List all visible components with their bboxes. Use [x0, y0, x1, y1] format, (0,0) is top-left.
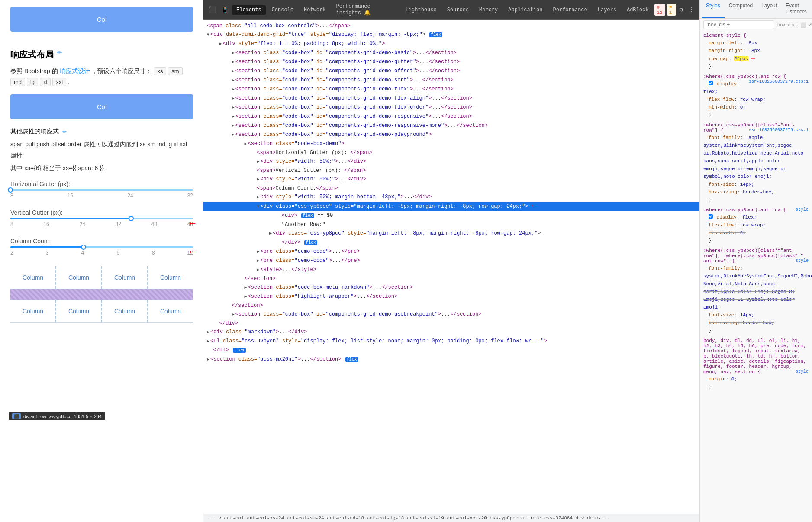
prop-arrow-0-2: ←	[751, 55, 755, 62]
h-gutter-thumb[interactable]	[8, 187, 13, 193]
prop-3-1: flex-flow: row wrap;	[703, 222, 766, 228]
elem-line-29[interactable]: ▶<section class="code-box-meta markdown"…	[203, 283, 699, 292]
rule-selector-1: :where(.css-yp8pcc).ant-row { ssr-168256…	[703, 74, 809, 79]
tooltip-size: 1851.5 × 264	[74, 414, 102, 419]
settings-icon[interactable]: ⚙	[678, 5, 685, 14]
elem-line-17[interactable]: ▶<div style="width: 50%;">...</div>	[203, 175, 699, 184]
elem-line-10[interactable]: ▶<section class="code-box" id="component…	[203, 112, 699, 121]
elem-line-26[interactable]: ▶<pre class="demo-code">...</pre>	[203, 256, 699, 265]
v-gutter-fill	[10, 218, 131, 219]
elem-line-14[interactable]: <span>Horizontal Gutter (px): </span>	[203, 148, 699, 157]
h-gutter-track	[10, 189, 193, 191]
tab-styles[interactable]: Styles	[702, 0, 725, 18]
grid-col-8: Column	[148, 300, 193, 322]
elem-line-15[interactable]: ▶<div style="width: 50%;">...</div>	[203, 157, 699, 166]
prop-5-0: margin: 0;	[703, 377, 737, 382]
elem-line-24[interactable]: </div> flex	[203, 238, 699, 247]
col-count-slider[interactable]: 2 3 4 6 8 12 ←	[10, 246, 193, 256]
elem-line-30[interactable]: ▶<section class="highlight-wrapper">...<…	[203, 292, 699, 301]
edit-icon[interactable]: ✏	[57, 49, 62, 56]
tab-layers[interactable]: Layers	[593, 5, 621, 15]
selected-line-arrow: ←	[532, 202, 536, 210]
device-icon[interactable]: 📱	[219, 5, 230, 14]
rule-close-5: }	[703, 383, 809, 391]
filter-icon-1[interactable]: :hov	[776, 22, 785, 27]
grid-col-4: Column	[148, 266, 193, 289]
elem-line-20[interactable]: ▼<div class="css-yp8pcc" style="margin-l…	[203, 202, 699, 211]
col-demo-row-2: Col	[7, 94, 197, 119]
style-rule-0: element.style { margin-left: -8px margin…	[703, 33, 809, 71]
elem-line-18[interactable]: <span>Column Count:</span>	[203, 184, 699, 193]
elem-line-6[interactable]: ▶<section class="code-box" id="component…	[203, 76, 699, 85]
elem-line-4[interactable]: ▶<section class="code-box" id="component…	[203, 58, 699, 67]
tab-event-listeners[interactable]: Event Listeners	[781, 0, 811, 18]
elem-line-32[interactable]: ▶<section class="code-box" id="component…	[203, 310, 699, 319]
elem-line-16[interactable]: <span>Vertical Gutter (px): </span>	[203, 166, 699, 175]
copy-icon[interactable]: ⬜	[800, 22, 806, 28]
add-style-icon[interactable]: +	[796, 22, 798, 27]
elem-line-12[interactable]: ▶<section class="code-box" id="component…	[203, 130, 699, 139]
h-gutter-ticks: 8 16 24 32	[10, 193, 193, 199]
responsive-link[interactable]: 响应式设计	[60, 68, 90, 74]
tab-network[interactable]: Network	[300, 5, 330, 15]
elem-line-0[interactable]: <span class="all-code-box-controls">...<…	[203, 22, 699, 30]
prop-0-2: row-gap: 24px; ←	[703, 56, 755, 61]
elem-line-27[interactable]: ▶<style>...</style>	[203, 265, 699, 274]
edit-icon-2[interactable]: ✏	[62, 129, 67, 135]
h-gutter-label: Horizontal Gutter (px):	[10, 180, 193, 187]
elem-line-23[interactable]: ▶<div class="css-yp8pcc" style="margin-l…	[203, 229, 699, 238]
h-gutter-slider[interactable]: 8 16 24 32	[10, 189, 193, 199]
elem-line-25[interactable]: ▶<pre class="demo-code">...</pre>	[203, 247, 699, 256]
tab-lighthouse[interactable]: Lighthouse	[401, 5, 441, 15]
elem-line-3[interactable]: ▶<section class="code-box" id="component…	[203, 48, 699, 58]
elem-line-22[interactable]: "Another Row:"	[203, 220, 699, 229]
elem-line-5[interactable]: ▶<section class="code-box" id="component…	[203, 67, 699, 76]
elem-line-34[interactable]: ▶<div class="markdown">...</div>	[203, 328, 699, 337]
elem-line-19[interactable]: ▶<div style="width: 50%; margin-bottom: …	[203, 193, 699, 202]
tab-performance-insights[interactable]: Performance insights 🔔	[332, 2, 399, 18]
tab-adblock[interactable]: AdBlock	[622, 5, 653, 15]
tag-lg: lg	[27, 78, 38, 86]
v-gutter-slider[interactable]: 8 16 24 32 40 48 ←	[10, 218, 193, 227]
elem-line-9[interactable]: ▶<section class="code-box" id="component…	[203, 103, 699, 112]
v-gutter-thumb[interactable]	[129, 216, 134, 221]
tab-performance[interactable]: Performance	[549, 5, 592, 15]
col-count-fill	[10, 246, 84, 248]
elem-line-35[interactable]: ▶<ul class="css-uvbyen" style="display: …	[203, 337, 699, 346]
v-gutter-track	[10, 218, 193, 219]
elem-line-13[interactable]: ▶<section class="code-box-demo">	[203, 139, 699, 148]
tab-console[interactable]: Console	[267, 5, 298, 15]
other-props-title: 其他属性的响应式	[10, 128, 59, 135]
inspect-icon[interactable]: ⬛	[207, 5, 218, 14]
elem-line-36[interactable]: </ul> flex	[203, 346, 699, 355]
filter-input[interactable]	[703, 20, 774, 29]
prop-0-1: margin-right: -8px	[703, 48, 760, 53]
tab-elements[interactable]: Elements	[232, 5, 266, 15]
more-icon[interactable]: ⋮	[686, 5, 696, 14]
elem-line-21[interactable]: <div> flex == $0	[203, 211, 699, 220]
responsive-desc: 参照 Bootstrap 的 响应式设计 ，预设六个响应尺寸： xs sm md…	[10, 66, 193, 87]
col-count-thumb[interactable]	[81, 245, 86, 250]
filter-icon-2[interactable]: .cls	[787, 22, 794, 27]
toggle-icon[interactable]: ⤢	[808, 22, 812, 28]
col-box-2: Col	[10, 94, 193, 119]
grid-col-5: Column	[10, 300, 56, 322]
tab-application[interactable]: Application	[504, 5, 547, 15]
elem-line-31[interactable]: </section>	[203, 301, 699, 310]
tag-xs: xs	[154, 67, 166, 75]
grid-col-6: Column	[56, 300, 102, 322]
elem-line-28[interactable]: </section>	[203, 274, 699, 283]
elem-line-2[interactable]: ▶<div style="flex: 1 1 0%; padding: 8px;…	[203, 39, 699, 48]
tab-computed[interactable]: Computed	[725, 0, 757, 18]
grid-col-7: Column	[102, 300, 148, 322]
tab-layout[interactable]: Layout	[757, 0, 781, 18]
elem-line-37[interactable]: ▶<section class="acss-mx26nl">...</secti…	[203, 355, 699, 364]
elem-line-11[interactable]: ▶<section class="code-box" id="component…	[203, 121, 699, 130]
tab-sources[interactable]: Sources	[443, 5, 473, 15]
elem-line-7[interactable]: ▶<section class="code-box" id="component…	[203, 85, 699, 94]
elem-line-33[interactable]: </div>	[203, 319, 699, 328]
elem-line-1[interactable]: ▼<div data-dumi-demo-grid="true" style="…	[203, 30, 699, 39]
rule-selector-3: :where(.css-yp8pcc).ant-row { style	[703, 207, 809, 213]
elem-line-8[interactable]: ▶<section class="code-box" id="component…	[203, 94, 699, 103]
tab-memory[interactable]: Memory	[475, 5, 502, 15]
